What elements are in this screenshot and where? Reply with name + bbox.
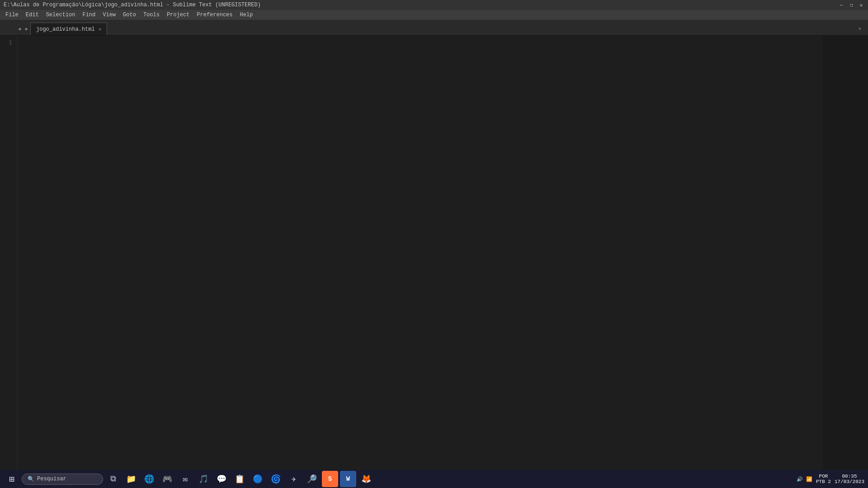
menu-project[interactable]: Project: [163, 10, 193, 20]
word-button[interactable]: W: [340, 471, 356, 487]
title-bar-title: E:\Aulas de Programação\Lógica\jogo_adiv…: [4, 2, 261, 8]
menu-file[interactable]: File: [2, 10, 22, 20]
main-content: 1: [0, 36, 868, 475]
firefox-button[interactable]: 🦊: [358, 471, 374, 487]
title-bar-controls: — ❐ ✕: [838, 2, 864, 8]
discord-button[interactable]: 💬: [213, 471, 230, 487]
line-number-1: 1: [0, 38, 12, 47]
menu-edit[interactable]: Edit: [22, 10, 42, 20]
tab-nav-left[interactable]: ◀: [16, 23, 23, 35]
task-view-button[interactable]: ⧉: [105, 471, 121, 487]
menu-help[interactable]: Help: [236, 10, 257, 20]
menu-bar: File Edit Selection Find View Goto Tools…: [0, 10, 868, 20]
menu-view[interactable]: View: [99, 10, 119, 20]
app10-button[interactable]: 🌀: [268, 471, 284, 487]
taskbar-tray: 🔊 📶 POR PTB 2 00:35 17/03/2023: [797, 474, 864, 484]
app8-button[interactable]: 📋: [231, 471, 248, 487]
menu-find[interactable]: Find: [79, 10, 99, 20]
menu-tools[interactable]: Tools: [140, 10, 163, 20]
close-button[interactable]: ✕: [858, 2, 864, 8]
taskbar: ⊞ 🔍 Pesquisar ⧉ 📁 🌐 🎮 ✉ 🎵 💬 📋 🔵 🌀 ✈ 🔎 S …: [0, 470, 868, 488]
mail-button[interactable]: ✉: [177, 471, 193, 487]
tab-label: jogo_adivinha.html: [36, 26, 95, 33]
tray-clock: 00:35 17/03/2023: [835, 474, 864, 484]
search-icon: 🔍: [28, 476, 34, 483]
restore-button[interactable]: ❐: [848, 2, 854, 8]
line-numbers: 1: [0, 36, 17, 475]
new-tab-button[interactable]: +: [855, 23, 864, 35]
telegram-button[interactable]: ✈: [286, 471, 302, 487]
menu-preferences[interactable]: Preferences: [193, 10, 236, 20]
tray-icons: 🔊 📶: [797, 476, 812, 482]
sublime-button[interactable]: S: [322, 471, 338, 487]
edge-button[interactable]: 🌐: [141, 471, 157, 487]
search-label: Pesquisar: [37, 476, 66, 482]
steam-button[interactable]: 🎮: [159, 471, 175, 487]
tray-lang: POR PTB 2: [816, 474, 831, 484]
chrome-button[interactable]: 🔵: [250, 471, 266, 487]
minimap: [823, 36, 868, 475]
windows-start-button[interactable]: ⊞: [4, 471, 20, 487]
app12-button[interactable]: 🔎: [304, 471, 320, 487]
menu-goto[interactable]: Goto: [119, 10, 140, 20]
minimize-button[interactable]: —: [838, 2, 844, 8]
tab-jogo-adivinha[interactable]: jogo_adivinha.html ✕: [30, 23, 107, 35]
taskbar-search[interactable]: 🔍 Pesquisar: [22, 474, 103, 485]
tab-nav-right[interactable]: ▶: [23, 23, 30, 35]
code-editor[interactable]: [17, 36, 823, 475]
title-bar: E:\Aulas de Programação\Lógica\jogo_adiv…: [0, 0, 868, 10]
tab-nav-arrows: ◀ ▶: [16, 23, 30, 35]
explorer-button[interactable]: 📁: [123, 471, 139, 487]
tab-bar: ◀ ▶ jogo_adivinha.html ✕ +: [0, 20, 868, 36]
app6-button[interactable]: 🎵: [195, 471, 212, 487]
tab-close-button[interactable]: ✕: [99, 26, 102, 32]
menu-selection[interactable]: Selection: [42, 10, 79, 20]
